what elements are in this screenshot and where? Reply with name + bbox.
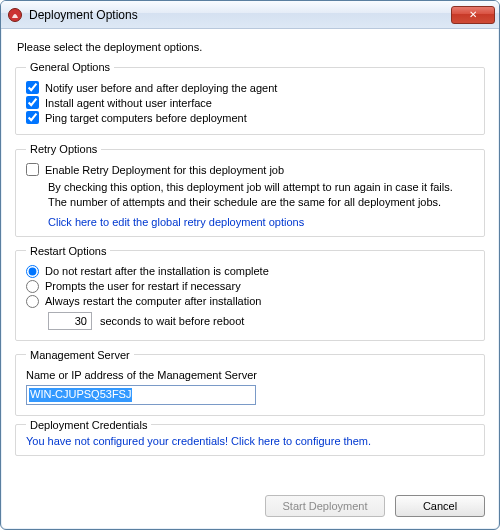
retry-options-legend: Retry Options (26, 143, 101, 155)
install-without-ui-label: Install agent without user interface (45, 97, 212, 109)
no-restart-label: Do not restart after the installation is… (45, 265, 269, 277)
instruction-text: Please select the deployment options. (17, 41, 485, 53)
no-restart-radio[interactable] (26, 265, 39, 278)
always-restart-label: Always restart the computer after instal… (45, 295, 261, 307)
start-deployment-button[interactable]: Start Deployment (265, 495, 385, 517)
prompt-restart-radio[interactable] (26, 280, 39, 293)
ping-label: Ping target computers before deployment (45, 112, 247, 124)
close-button[interactable]: ✕ (451, 6, 495, 24)
ping-checkbox[interactable] (26, 111, 39, 124)
window-title: Deployment Options (29, 8, 451, 22)
enable-retry-checkbox[interactable] (26, 163, 39, 176)
titlebar[interactable]: Deployment Options ✕ (1, 1, 499, 29)
dialog-body: Please select the deployment options. Ge… (1, 29, 499, 489)
deployment-credentials-group: Deployment Credentials You have not conf… (15, 424, 485, 456)
general-options-group: General Options Notify user before and a… (15, 61, 485, 135)
edit-global-retry-link[interactable]: Click here to edit the global retry depl… (48, 216, 474, 228)
management-server-input[interactable] (26, 385, 256, 405)
reboot-seconds-label: seconds to wait before reboot (100, 315, 244, 327)
deployment-options-dialog: Deployment Options ✕ Please select the d… (0, 0, 500, 530)
deployment-credentials-legend: Deployment Credentials (26, 419, 151, 431)
configure-credentials-link[interactable]: You have not configured your credentials… (26, 435, 474, 447)
notify-checkbox[interactable] (26, 81, 39, 94)
general-options-legend: General Options (26, 61, 114, 73)
restart-options-legend: Restart Options (26, 245, 110, 257)
cancel-button[interactable]: Cancel (395, 495, 485, 517)
management-server-group: Management Server Name or IP address of … (15, 349, 485, 416)
retry-options-group: Retry Options Enable Retry Deployment fo… (15, 143, 485, 237)
management-server-legend: Management Server (26, 349, 134, 361)
app-icon (7, 7, 23, 23)
install-without-ui-checkbox[interactable] (26, 96, 39, 109)
notify-label: Notify user before and after deploying t… (45, 82, 277, 94)
prompt-restart-label: Prompts the user for restart if necessar… (45, 280, 241, 292)
retry-description: By checking this option, this deployment… (48, 180, 474, 210)
close-icon: ✕ (469, 9, 477, 20)
management-server-label: Name or IP address of the Management Ser… (26, 369, 257, 381)
dialog-footer: Start Deployment Cancel (1, 489, 499, 529)
always-restart-radio[interactable] (26, 295, 39, 308)
restart-options-group: Restart Options Do not restart after the… (15, 245, 485, 341)
reboot-seconds-input[interactable] (48, 312, 92, 330)
enable-retry-label: Enable Retry Deployment for this deploym… (45, 164, 284, 176)
